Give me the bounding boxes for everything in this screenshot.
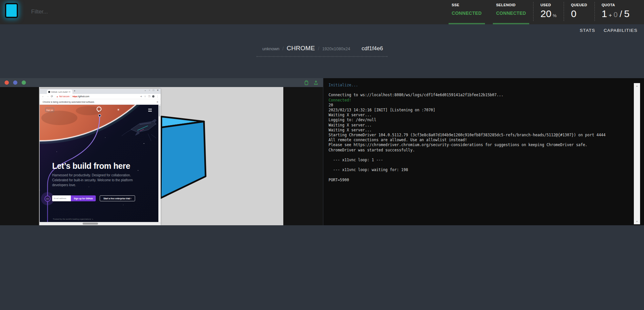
quota-current: 1 xyxy=(602,8,607,19)
log-line: 2023/02/13 14:32:16 [INIT] [Listening on… xyxy=(329,108,630,113)
status-bar: SSE CONNECTED SELENOID CONNECTED USED 20… xyxy=(445,0,637,24)
profile-avatar xyxy=(152,95,154,98)
hero-heading: Let’s build from here xyxy=(52,161,130,171)
hamburger-menu-icon xyxy=(148,109,152,112)
used-unit: % xyxy=(553,13,557,18)
status-label: QUOTA xyxy=(602,3,630,7)
session-id: cdf1f4e6 xyxy=(362,45,383,52)
tagline-line: developers love. xyxy=(52,183,76,187)
kebab-menu-icon: ⋮ xyxy=(156,95,159,98)
browser-vertical-scrollbar xyxy=(158,105,161,222)
log-line xyxy=(329,88,630,93)
log-line: ChromeDriver was started successfully. xyxy=(329,148,630,153)
email-field: Email address xyxy=(52,195,71,201)
session-browser: CHROME xyxy=(287,45,315,52)
clipboard-icon[interactable] xyxy=(304,80,309,85)
selenoid-ui-root: SSE CONNECTED SELENOID CONNECTED USED 20… xyxy=(0,0,644,310)
session-resolution: 1920x1080x24 xyxy=(322,46,350,51)
log-line: Waiting X server... xyxy=(329,113,630,118)
session-separator: / xyxy=(282,46,284,51)
tab-stats[interactable]: STATS xyxy=(580,28,595,33)
reload-icon: ⟳ xyxy=(51,95,53,98)
chrome-tab-strip: GitHub: Let’s build from here ✕ + ⌄ − □ … xyxy=(40,89,161,94)
address-bar-actions: ⋖ ☆ ❐ ⋮ xyxy=(140,95,159,98)
status-label: SELENOID xyxy=(496,3,526,7)
log-line: Connected! xyxy=(329,98,630,103)
chrome-tab: GitHub: Let’s build from here ✕ xyxy=(47,90,72,94)
log-line xyxy=(329,153,630,158)
side-panel-icon: ❐ xyxy=(148,95,150,98)
status-label: QUEUED xyxy=(571,3,587,7)
scrollbar-thumb xyxy=(159,105,160,117)
log-output: Initialize... Connecting to ws://localho… xyxy=(329,83,630,183)
topbar: SSE CONNECTED SELENOID CONNECTED USED 20… xyxy=(0,0,644,24)
session-row[interactable]: unknown / CHROME / 1920x1080x24 cdf1f4e6 xyxy=(256,45,388,57)
new-tab-icon: + xyxy=(74,89,75,93)
log-line: --- x11vnc loop: waiting for: 198 xyxy=(329,167,630,172)
used-value: 20 % xyxy=(540,8,556,19)
window-menu-icon: ⌄ xyxy=(144,89,146,92)
vnc-screen[interactable]: GitHub: Let’s build from here ✕ + ⌄ − □ … xyxy=(0,87,323,225)
chrome-address-bar: ← → ⟳ ▲ Not secure https ://github.com ⋖… xyxy=(40,94,161,99)
status-queued: QUEUED 0 xyxy=(564,0,594,24)
log-line: PORT=5900 xyxy=(329,178,630,183)
automation-infobar: Chrome is being controlled by automated … xyxy=(40,99,161,105)
status-label: SSE xyxy=(452,3,482,7)
chrome-window-controls: ⌄ − □ ✕ xyxy=(144,89,159,92)
tab-close-icon: ✕ xyxy=(69,91,70,93)
log-line: Starting ChromeDriver 104.0.5112.79 (3cf… xyxy=(329,133,630,138)
log-line: Logging to: /dev/null xyxy=(329,118,630,122)
tab-capabilities[interactable]: CAPABILITIES xyxy=(604,28,637,33)
queued-value: 0 xyxy=(571,8,587,19)
url-text: ://github.com xyxy=(77,95,89,98)
queued-number: 0 xyxy=(571,8,576,19)
status-sse: SSE CONNECTED xyxy=(445,0,489,24)
hero-tagline: Harnessed for productivity. Designed for… xyxy=(52,173,133,188)
remote-chrome-window: GitHub: Let’s build from here ✕ + ⌄ − □ … xyxy=(40,89,161,225)
quota-value: 1 + 0 / 5 xyxy=(602,8,630,19)
session-log-panel: Initialize... Connecting to ws://localho… xyxy=(323,78,644,225)
quota-pending: 0 xyxy=(614,11,617,19)
warning-icon: ▲ xyxy=(56,96,58,98)
cube-graphic xyxy=(156,111,209,210)
quota-plus: + xyxy=(609,12,612,19)
scroll-up-icon[interactable]: ▲ xyxy=(634,85,640,87)
quota-total: 5 xyxy=(624,8,630,19)
vnc-panel: GitHub: Let’s build from here ✕ + ⌄ − □ … xyxy=(0,78,323,225)
remote-desktop: GitHub: Let’s build from here ✕ + ⌄ − □ … xyxy=(39,87,283,225)
share-icon: ⋖ xyxy=(140,95,142,98)
log-line: --- x11vnc loop: 1 --- xyxy=(329,158,630,163)
window-close-button[interactable] xyxy=(5,80,9,85)
scrollbar-thumb xyxy=(83,223,98,225)
filter-input[interactable] xyxy=(31,6,149,18)
window-minimize-button[interactable] xyxy=(13,80,17,85)
log-line xyxy=(329,163,630,167)
url-scheme: https xyxy=(72,95,77,98)
infobar-close-icon: ✕ xyxy=(156,101,158,103)
used-number: 20 xyxy=(540,8,551,19)
tagline-line: Harnessed for productivity. Designed for… xyxy=(52,173,131,177)
log-line: Connecting to ws://localhost:8080/ws/log… xyxy=(329,93,630,98)
selenoid-underline xyxy=(493,23,529,24)
nav-tabs: STATS CAPABILITIES xyxy=(580,24,637,36)
scroll-down-icon[interactable]: ▼ xyxy=(634,220,640,223)
log-line: Please see https://chromedriver.chromium… xyxy=(329,143,630,147)
status-quota: QUOTA 1 + 0 / 5 xyxy=(594,0,637,24)
status-used: USED 20 % xyxy=(533,0,564,24)
app-logo-icon[interactable] xyxy=(5,3,18,18)
not-secure-label: Not secure xyxy=(59,95,70,98)
log-line: All remote connections are allowed. Use … xyxy=(329,138,630,143)
minimize-icon: − xyxy=(149,89,150,92)
window-maximize-button[interactable] xyxy=(22,80,26,85)
back-icon: ← xyxy=(42,95,44,98)
log-line: 20 xyxy=(329,103,630,108)
github-signup-button: Sign up xyxy=(45,108,54,112)
enterprise-trial-button: Start a free enterprise trial › xyxy=(100,195,135,201)
chrome-tab-title: GitHub: Let’s build from here xyxy=(51,91,68,93)
trusted-orgs-text: Trusted by the world’s leading organizat… xyxy=(53,218,93,220)
bookmark-star-icon: ☆ xyxy=(144,95,146,98)
maximize-icon: □ xyxy=(153,89,154,92)
sse-underline xyxy=(449,23,485,24)
log-scrollbar[interactable]: ▲ ▼ xyxy=(634,83,640,224)
upload-icon[interactable] xyxy=(313,80,318,85)
